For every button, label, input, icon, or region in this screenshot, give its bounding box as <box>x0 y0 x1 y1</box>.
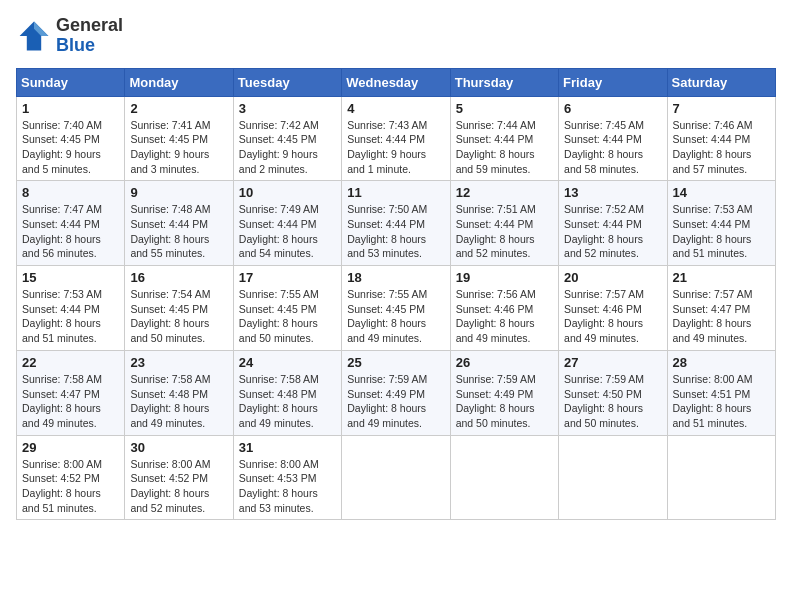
logo-icon <box>16 18 52 54</box>
calendar-cell: 2 Sunrise: 7:41 AM Sunset: 4:45 PM Dayli… <box>125 96 233 181</box>
day-info: Sunrise: 7:58 AM Sunset: 4:48 PM Dayligh… <box>130 372 227 431</box>
weekday-header-monday: Monday <box>125 68 233 96</box>
calendar-cell: 16 Sunrise: 7:54 AM Sunset: 4:45 PM Dayl… <box>125 266 233 351</box>
day-info: Sunrise: 7:58 AM Sunset: 4:48 PM Dayligh… <box>239 372 336 431</box>
calendar-table: SundayMondayTuesdayWednesdayThursdayFrid… <box>16 68 776 521</box>
day-info: Sunrise: 7:42 AM Sunset: 4:45 PM Dayligh… <box>239 118 336 177</box>
calendar-cell: 24 Sunrise: 7:58 AM Sunset: 4:48 PM Dayl… <box>233 350 341 435</box>
weekday-header-thursday: Thursday <box>450 68 558 96</box>
week-row-3: 15 Sunrise: 7:53 AM Sunset: 4:44 PM Dayl… <box>17 266 776 351</box>
calendar-cell <box>450 435 558 520</box>
day-info: Sunrise: 8:00 AM Sunset: 4:52 PM Dayligh… <box>22 457 119 516</box>
day-number: 22 <box>22 355 119 370</box>
day-info: Sunrise: 7:45 AM Sunset: 4:44 PM Dayligh… <box>564 118 661 177</box>
weekday-header-tuesday: Tuesday <box>233 68 341 96</box>
calendar-cell <box>342 435 450 520</box>
calendar-cell: 3 Sunrise: 7:42 AM Sunset: 4:45 PM Dayli… <box>233 96 341 181</box>
calendar-cell: 22 Sunrise: 7:58 AM Sunset: 4:47 PM Dayl… <box>17 350 125 435</box>
day-number: 15 <box>22 270 119 285</box>
day-info: Sunrise: 7:53 AM Sunset: 4:44 PM Dayligh… <box>22 287 119 346</box>
day-number: 3 <box>239 101 336 116</box>
day-info: Sunrise: 7:59 AM Sunset: 4:49 PM Dayligh… <box>347 372 444 431</box>
week-row-4: 22 Sunrise: 7:58 AM Sunset: 4:47 PM Dayl… <box>17 350 776 435</box>
calendar-cell: 17 Sunrise: 7:55 AM Sunset: 4:45 PM Dayl… <box>233 266 341 351</box>
logo-text: General Blue <box>56 16 123 56</box>
day-info: Sunrise: 7:46 AM Sunset: 4:44 PM Dayligh… <box>673 118 770 177</box>
day-info: Sunrise: 7:57 AM Sunset: 4:47 PM Dayligh… <box>673 287 770 346</box>
calendar-cell: 1 Sunrise: 7:40 AM Sunset: 4:45 PM Dayli… <box>17 96 125 181</box>
day-info: Sunrise: 7:40 AM Sunset: 4:45 PM Dayligh… <box>22 118 119 177</box>
day-number: 29 <box>22 440 119 455</box>
calendar-cell: 8 Sunrise: 7:47 AM Sunset: 4:44 PM Dayli… <box>17 181 125 266</box>
day-info: Sunrise: 7:55 AM Sunset: 4:45 PM Dayligh… <box>347 287 444 346</box>
day-number: 16 <box>130 270 227 285</box>
day-number: 8 <box>22 185 119 200</box>
calendar-cell: 9 Sunrise: 7:48 AM Sunset: 4:44 PM Dayli… <box>125 181 233 266</box>
day-info: Sunrise: 7:50 AM Sunset: 4:44 PM Dayligh… <box>347 202 444 261</box>
calendar-cell: 31 Sunrise: 8:00 AM Sunset: 4:53 PM Dayl… <box>233 435 341 520</box>
calendar-cell: 26 Sunrise: 7:59 AM Sunset: 4:49 PM Dayl… <box>450 350 558 435</box>
day-number: 21 <box>673 270 770 285</box>
day-info: Sunrise: 8:00 AM Sunset: 4:53 PM Dayligh… <box>239 457 336 516</box>
week-row-1: 1 Sunrise: 7:40 AM Sunset: 4:45 PM Dayli… <box>17 96 776 181</box>
calendar-cell <box>667 435 775 520</box>
day-number: 9 <box>130 185 227 200</box>
day-info: Sunrise: 7:48 AM Sunset: 4:44 PM Dayligh… <box>130 202 227 261</box>
calendar-cell: 6 Sunrise: 7:45 AM Sunset: 4:44 PM Dayli… <box>559 96 667 181</box>
day-info: Sunrise: 7:59 AM Sunset: 4:49 PM Dayligh… <box>456 372 553 431</box>
day-number: 28 <box>673 355 770 370</box>
day-number: 12 <box>456 185 553 200</box>
day-number: 17 <box>239 270 336 285</box>
day-number: 11 <box>347 185 444 200</box>
calendar-cell: 29 Sunrise: 8:00 AM Sunset: 4:52 PM Dayl… <box>17 435 125 520</box>
weekday-header-friday: Friday <box>559 68 667 96</box>
day-number: 18 <box>347 270 444 285</box>
day-info: Sunrise: 7:52 AM Sunset: 4:44 PM Dayligh… <box>564 202 661 261</box>
day-number: 2 <box>130 101 227 116</box>
day-number: 19 <box>456 270 553 285</box>
day-info: Sunrise: 7:44 AM Sunset: 4:44 PM Dayligh… <box>456 118 553 177</box>
calendar-cell: 20 Sunrise: 7:57 AM Sunset: 4:46 PM Dayl… <box>559 266 667 351</box>
day-info: Sunrise: 7:59 AM Sunset: 4:50 PM Dayligh… <box>564 372 661 431</box>
day-number: 7 <box>673 101 770 116</box>
calendar-cell: 25 Sunrise: 7:59 AM Sunset: 4:49 PM Dayl… <box>342 350 450 435</box>
day-number: 13 <box>564 185 661 200</box>
calendar-cell <box>559 435 667 520</box>
day-number: 23 <box>130 355 227 370</box>
calendar-cell: 14 Sunrise: 7:53 AM Sunset: 4:44 PM Dayl… <box>667 181 775 266</box>
calendar-cell: 30 Sunrise: 8:00 AM Sunset: 4:52 PM Dayl… <box>125 435 233 520</box>
day-info: Sunrise: 7:54 AM Sunset: 4:45 PM Dayligh… <box>130 287 227 346</box>
day-info: Sunrise: 7:56 AM Sunset: 4:46 PM Dayligh… <box>456 287 553 346</box>
calendar-cell: 18 Sunrise: 7:55 AM Sunset: 4:45 PM Dayl… <box>342 266 450 351</box>
day-info: Sunrise: 7:57 AM Sunset: 4:46 PM Dayligh… <box>564 287 661 346</box>
page-header: General Blue <box>16 16 776 56</box>
day-number: 26 <box>456 355 553 370</box>
day-number: 31 <box>239 440 336 455</box>
calendar-cell: 27 Sunrise: 7:59 AM Sunset: 4:50 PM Dayl… <box>559 350 667 435</box>
day-info: Sunrise: 7:47 AM Sunset: 4:44 PM Dayligh… <box>22 202 119 261</box>
week-row-5: 29 Sunrise: 8:00 AM Sunset: 4:52 PM Dayl… <box>17 435 776 520</box>
calendar-cell: 7 Sunrise: 7:46 AM Sunset: 4:44 PM Dayli… <box>667 96 775 181</box>
day-number: 25 <box>347 355 444 370</box>
day-info: Sunrise: 8:00 AM Sunset: 4:51 PM Dayligh… <box>673 372 770 431</box>
day-number: 6 <box>564 101 661 116</box>
day-info: Sunrise: 8:00 AM Sunset: 4:52 PM Dayligh… <box>130 457 227 516</box>
day-number: 30 <box>130 440 227 455</box>
calendar-cell: 4 Sunrise: 7:43 AM Sunset: 4:44 PM Dayli… <box>342 96 450 181</box>
day-number: 20 <box>564 270 661 285</box>
day-info: Sunrise: 7:51 AM Sunset: 4:44 PM Dayligh… <box>456 202 553 261</box>
calendar-cell: 13 Sunrise: 7:52 AM Sunset: 4:44 PM Dayl… <box>559 181 667 266</box>
day-number: 27 <box>564 355 661 370</box>
day-info: Sunrise: 7:55 AM Sunset: 4:45 PM Dayligh… <box>239 287 336 346</box>
logo: General Blue <box>16 16 123 56</box>
day-info: Sunrise: 7:43 AM Sunset: 4:44 PM Dayligh… <box>347 118 444 177</box>
calendar-cell: 28 Sunrise: 8:00 AM Sunset: 4:51 PM Dayl… <box>667 350 775 435</box>
calendar-cell: 21 Sunrise: 7:57 AM Sunset: 4:47 PM Dayl… <box>667 266 775 351</box>
day-number: 5 <box>456 101 553 116</box>
weekday-header-wednesday: Wednesday <box>342 68 450 96</box>
day-info: Sunrise: 7:41 AM Sunset: 4:45 PM Dayligh… <box>130 118 227 177</box>
day-number: 10 <box>239 185 336 200</box>
day-number: 1 <box>22 101 119 116</box>
day-number: 14 <box>673 185 770 200</box>
weekday-header-row: SundayMondayTuesdayWednesdayThursdayFrid… <box>17 68 776 96</box>
